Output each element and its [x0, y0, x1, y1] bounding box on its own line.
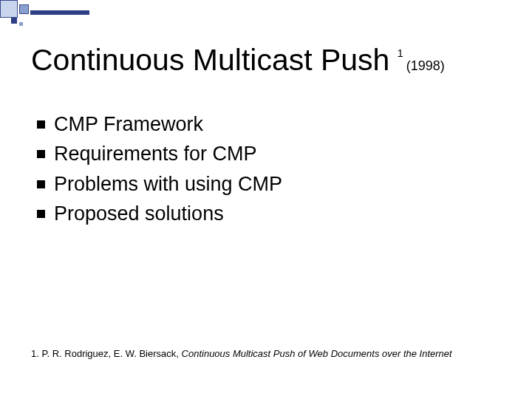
bullet-square-icon [37, 210, 45, 218]
deco-square-mid [19, 4, 29, 14]
bullet-square-icon [37, 120, 45, 129]
bullet-list: CMP Framework Requirements for CMP Probl… [37, 111, 502, 231]
bullet-square-icon [37, 150, 45, 158]
title-year: (1998) [406, 58, 445, 74]
footnote-citation-title: Continuous Multicast Push of Web Documen… [182, 348, 452, 359]
deco-bar [30, 10, 89, 15]
bullet-text: Requirements for CMP [54, 140, 257, 167]
corner-decoration [0, 0, 92, 22]
bullet-text: Proposed solutions [54, 200, 224, 227]
title-main: Continuous Multicast Push [31, 43, 389, 78]
deco-square-tiny [19, 22, 23, 26]
title-ref-marker: 1 [397, 47, 403, 59]
deco-square-small [11, 18, 17, 24]
slide: Continuous Multicast Push 1 (1998) CMP F… [0, 0, 532, 399]
list-item: Problems with using CMP [37, 171, 502, 197]
footnote-authors: P. R. Rodriguez, E. W. Biersack, [41, 348, 178, 359]
bullet-text: Problems with using CMP [54, 171, 282, 197]
footnote: 1. P. R. Rodriguez, E. W. Biersack, Cont… [31, 348, 510, 359]
list-item: CMP Framework [37, 111, 502, 137]
list-item: Proposed solutions [37, 200, 502, 227]
bullet-square-icon [37, 180, 45, 188]
deco-square-large [0, 0, 18, 18]
list-item: Requirements for CMP [37, 140, 502, 167]
slide-title: Continuous Multicast Push 1 (1998) [31, 43, 510, 78]
footnote-marker: 1. [31, 348, 39, 359]
bullet-text: CMP Framework [54, 111, 203, 137]
